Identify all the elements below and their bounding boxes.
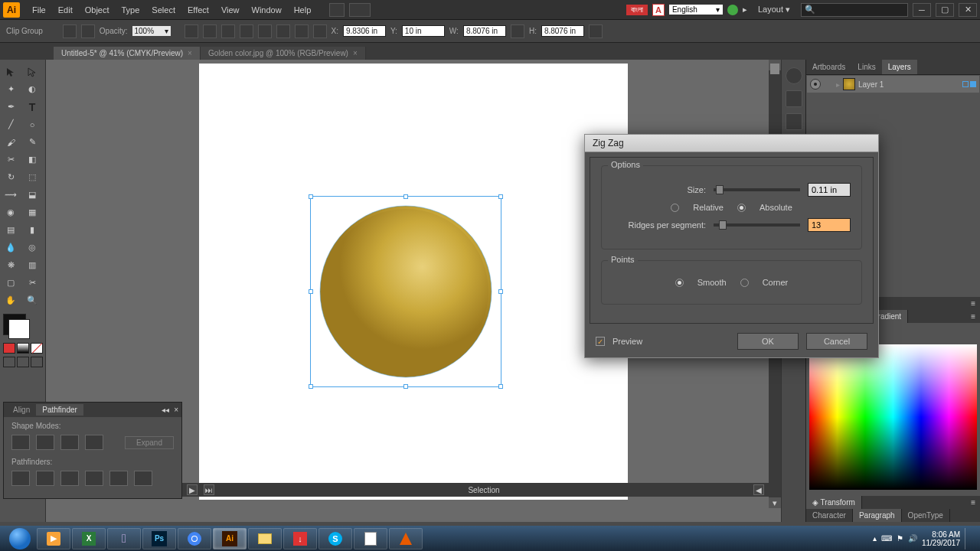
panel-menu-icon[interactable]: ≡ xyxy=(966,310,980,323)
draw-mode-behind[interactable] xyxy=(17,357,29,367)
blend-tool[interactable]: ◎ xyxy=(21,239,43,256)
h-input[interactable]: 8.8076 in xyxy=(541,25,584,37)
y-input[interactable]: 10 in xyxy=(402,25,445,37)
divide-icon[interactable] xyxy=(11,471,30,486)
close-button[interactable]: ✕ xyxy=(959,3,977,17)
panel-menu-icon[interactable]: ≡ xyxy=(966,496,980,509)
scroll-thumb[interactable] xyxy=(770,64,779,74)
visibility-icon[interactable] xyxy=(810,79,821,90)
menu-object[interactable]: Object xyxy=(79,2,116,18)
eraser-tool[interactable]: ◧ xyxy=(21,151,43,168)
transform-ref-icon[interactable] xyxy=(313,24,327,38)
skype-icon[interactable]: S xyxy=(318,528,352,549)
handle-w[interactable] xyxy=(309,289,313,294)
align-bottom-icon[interactable] xyxy=(295,24,309,38)
search-input[interactable]: 🔍 xyxy=(801,3,908,17)
size-slider[interactable] xyxy=(714,188,800,191)
selection-tool[interactable] xyxy=(0,63,21,80)
align-top-icon[interactable] xyxy=(258,24,272,38)
doc-tab[interactable]: Golden color.jpg @ 100% (RGB/Preview)× xyxy=(201,47,366,60)
smooth-radio[interactable] xyxy=(675,279,684,287)
photoshop-icon[interactable]: Ps xyxy=(142,528,176,549)
handle-sw[interactable] xyxy=(309,384,313,389)
minimize-button[interactable]: ─ xyxy=(913,3,931,17)
scroll-left-icon[interactable]: ◀ xyxy=(753,484,764,495)
arrow-icon[interactable]: ▸ xyxy=(743,5,747,15)
close-icon[interactable]: × xyxy=(188,49,192,57)
doc-tab-active[interactable]: Untitled-5* @ 41% (CMYK/Preview)× xyxy=(54,47,201,60)
expand-icon[interactable]: ▸ xyxy=(836,80,840,89)
shape-builder-tool[interactable]: ◉ xyxy=(0,204,21,221)
feather-icon[interactable]: 𓆰 xyxy=(107,528,141,549)
tab-layers[interactable]: Layers xyxy=(882,60,917,74)
slider-thumb[interactable] xyxy=(716,185,724,194)
select-icon[interactable] xyxy=(970,81,976,87)
minus-front-icon[interactable] xyxy=(36,435,54,450)
panel-menu-icon[interactable]: ≡ xyxy=(966,297,980,310)
menu-view[interactable]: View xyxy=(215,2,246,18)
bridge-icon[interactable] xyxy=(329,3,345,17)
eyedropper-tool[interactable]: 💧 xyxy=(0,239,21,256)
mesh-tool[interactable]: ▤ xyxy=(0,221,21,239)
handle-nw[interactable] xyxy=(309,194,313,199)
paintbrush-tool[interactable]: 🖌 xyxy=(0,133,21,151)
tab-opentype[interactable]: OpenType xyxy=(902,509,950,522)
corner-radio[interactable] xyxy=(740,279,749,287)
align-hcenter-icon[interactable] xyxy=(221,24,235,38)
tab-character[interactable]: Character xyxy=(806,509,853,522)
media-player-icon[interactable]: ▶ xyxy=(37,528,70,549)
symbols-icon[interactable] xyxy=(786,113,802,130)
shape-icon[interactable] xyxy=(589,24,603,38)
maximize-button[interactable]: ▢ xyxy=(936,3,954,17)
collapse-icon[interactable]: ◂◂ xyxy=(162,406,169,414)
handle-ne[interactable] xyxy=(498,194,503,199)
gradient-tool[interactable]: ▮ xyxy=(21,221,43,239)
crop-icon[interactable] xyxy=(85,471,103,486)
size-input[interactable]: 0.11 in xyxy=(808,183,851,197)
outline-icon[interactable] xyxy=(109,471,128,486)
align-vcenter-icon[interactable] xyxy=(276,24,290,38)
expand-button[interactable]: Expand xyxy=(125,436,174,449)
trim-icon[interactable] xyxy=(36,471,54,486)
lang-a-icon[interactable]: A xyxy=(652,4,665,16)
slice-tool[interactable]: ✂ xyxy=(21,274,43,292)
status-dot-icon[interactable] xyxy=(727,5,738,15)
brushes-icon[interactable] xyxy=(786,90,802,107)
absolute-radio[interactable] xyxy=(737,204,746,212)
fill-stroke-swatches[interactable] xyxy=(3,314,42,335)
intersect-icon[interactable] xyxy=(60,435,79,450)
menu-select[interactable]: Select xyxy=(145,2,181,18)
rotate-tool[interactable]: ↻ xyxy=(0,168,21,186)
next-page-icon[interactable]: ▶ xyxy=(187,484,198,495)
layer-name[interactable]: Layer 1 xyxy=(858,80,884,89)
menu-edit[interactable]: Edit xyxy=(52,2,79,18)
tab-artboards[interactable]: Artboards xyxy=(806,60,851,74)
fill-icon[interactable] xyxy=(63,24,77,38)
action-center-icon[interactable]: ⚑ xyxy=(897,534,903,543)
symbol-sprayer-tool[interactable]: ❋ xyxy=(0,256,21,274)
tab-pathfinder[interactable]: Pathfinder xyxy=(36,404,83,416)
keyboard-icon[interactable]: ⌨ xyxy=(881,534,892,543)
none-swatch[interactable] xyxy=(31,343,43,354)
color-swatch[interactable] xyxy=(3,343,15,354)
handle-s[interactable] xyxy=(403,384,408,389)
type-tool[interactable]: T xyxy=(21,98,43,116)
tab-align[interactable]: Align xyxy=(7,404,36,416)
perspective-tool[interactable]: ▦ xyxy=(21,204,43,221)
pencil-tool[interactable]: ✎ xyxy=(21,133,43,151)
opacity-input[interactable]: 100%▾ xyxy=(132,26,171,36)
layer-row[interactable]: ▸ Layer 1 xyxy=(807,76,979,93)
merge-icon[interactable] xyxy=(60,471,79,486)
tab-links[interactable]: Links xyxy=(851,60,881,74)
gradient-swatch[interactable] xyxy=(17,343,29,354)
menu-type[interactable]: Type xyxy=(116,2,146,18)
cancel-button[interactable]: Cancel xyxy=(806,333,867,350)
close-icon[interactable]: × xyxy=(353,49,358,57)
notepad-icon[interactable] xyxy=(354,528,387,549)
artboard-tool[interactable]: ▢ xyxy=(0,274,21,292)
start-button[interactable] xyxy=(5,527,35,550)
link-wh-icon[interactable] xyxy=(511,24,524,38)
menu-effect[interactable]: Effect xyxy=(181,2,215,18)
preview-checkbox[interactable]: ✓ xyxy=(596,337,605,346)
graph-tool[interactable]: ▥ xyxy=(21,256,43,274)
